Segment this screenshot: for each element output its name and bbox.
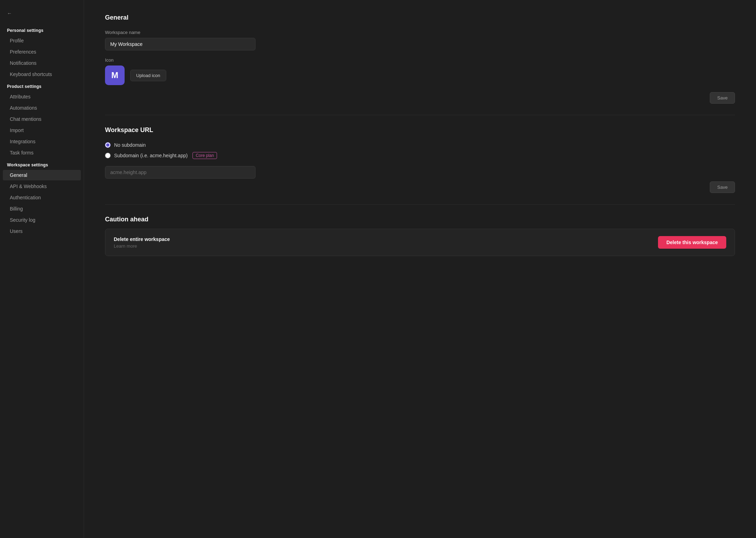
no-subdomain-label[interactable]: No subdomain: [105, 142, 735, 148]
sidebar-item-profile[interactable]: Profile: [3, 35, 81, 46]
divider-1: [105, 115, 735, 115]
sidebar-item-integrations[interactable]: Integrations: [3, 136, 81, 147]
general-section: General Workspace name Icon M Upload ico…: [105, 14, 735, 104]
sidebar-item-import[interactable]: Import: [3, 125, 81, 136]
learn-more-link[interactable]: Learn more: [114, 243, 170, 249]
sidebar-item-api-webhooks[interactable]: API & Webhooks: [3, 181, 81, 192]
general-title: General: [105, 14, 735, 21]
workspace-url-title: Workspace URL: [105, 126, 735, 134]
personal-settings-title: Personal settings: [0, 24, 84, 35]
icon-label: Icon: [105, 57, 735, 63]
subdomain-label[interactable]: Subdomain (i.e. acme.height.app) Core pl…: [105, 152, 735, 159]
subdomain-radio[interactable]: [105, 153, 111, 158]
danger-card-text: Delete entire workspace Learn more: [114, 236, 170, 249]
sidebar-item-notifications[interactable]: Notifications: [3, 58, 81, 68]
subdomain-text: Subdomain (i.e. acme.height.app): [114, 153, 188, 158]
url-save-container: Save: [105, 181, 735, 193]
sidebar-item-preferences[interactable]: Preferences: [3, 47, 81, 57]
sidebar: ← Personal settings Profile Preferences …: [0, 0, 84, 538]
no-subdomain-text: No subdomain: [114, 142, 146, 148]
subdomain-input[interactable]: [105, 166, 255, 179]
sidebar-item-keyboard-shortcuts[interactable]: Keyboard shortcuts: [3, 69, 81, 80]
icon-group: Icon M Upload icon: [105, 57, 735, 85]
url-save-button[interactable]: Save: [710, 181, 735, 193]
core-plan-badge: Core plan: [192, 152, 217, 159]
main-content: General Workspace name Icon M Upload ico…: [84, 0, 756, 538]
sidebar-item-task-forms[interactable]: Task forms: [3, 147, 81, 158]
icon-letter: M: [111, 70, 118, 80]
caution-section: Caution ahead Delete entire workspace Le…: [105, 216, 735, 256]
icon-section: M Upload icon: [105, 65, 735, 85]
sidebar-item-billing[interactable]: Billing: [3, 204, 81, 214]
workspace-name-group: Workspace name: [105, 30, 735, 50]
no-subdomain-radio[interactable]: [105, 142, 111, 148]
delete-workspace-card: Delete entire workspace Learn more Delet…: [105, 229, 735, 256]
divider-2: [105, 204, 735, 205]
upload-icon-button[interactable]: Upload icon: [130, 70, 166, 81]
delete-workspace-title: Delete entire workspace: [114, 236, 170, 242]
sidebar-item-automations[interactable]: Automations: [3, 103, 81, 113]
workspace-name-input[interactable]: [105, 38, 255, 50]
workspace-settings-title: Workspace settings: [0, 158, 84, 170]
back-button[interactable]: ←: [0, 8, 84, 18]
workspace-url-section: Workspace URL No subdomain Subdomain (i.…: [105, 126, 735, 193]
sidebar-item-authentication[interactable]: Authentication: [3, 192, 81, 203]
product-settings-title: Product settings: [0, 80, 84, 91]
url-radio-group: No subdomain Subdomain (i.e. acme.height…: [105, 142, 735, 159]
general-save-container: Save: [105, 92, 735, 104]
back-icon: ←: [7, 11, 12, 16]
sidebar-item-security-log[interactable]: Security log: [3, 215, 81, 225]
sidebar-item-chat-mentions[interactable]: Chat mentions: [3, 114, 81, 124]
sidebar-item-attributes[interactable]: Attributes: [3, 91, 81, 102]
workspace-name-label: Workspace name: [105, 30, 735, 35]
workspace-icon[interactable]: M: [105, 65, 125, 85]
general-save-button[interactable]: Save: [710, 92, 735, 104]
delete-workspace-button[interactable]: Delete this workspace: [658, 236, 726, 249]
sidebar-item-general[interactable]: General: [3, 170, 81, 180]
caution-title: Caution ahead: [105, 216, 735, 223]
sidebar-item-users[interactable]: Users: [3, 226, 81, 236]
